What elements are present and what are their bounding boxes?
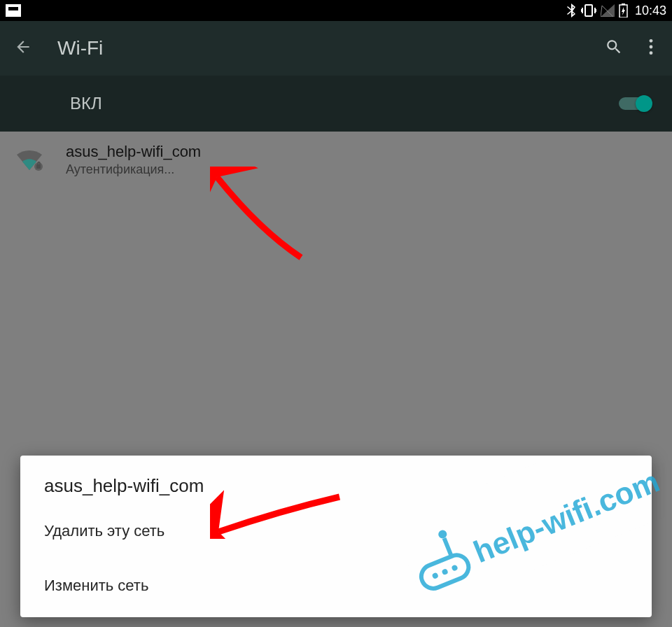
network-status: Аутентификация...	[66, 162, 201, 177]
search-icon[interactable]	[605, 38, 623, 59]
dialog-title: asus_help-wifi_com	[20, 475, 652, 504]
dialog-delete-network[interactable]: Удалить эту сеть	[20, 504, 652, 558]
content-area: asus_help-wifi_com Аутентификация...	[0, 132, 672, 188]
status-bar: 10:43	[0, 0, 672, 21]
more-icon[interactable]	[648, 38, 654, 59]
svg-rect-7	[36, 164, 41, 169]
network-row[interactable]: asus_help-wifi_com Аутентификация...	[0, 132, 672, 188]
svg-point-3	[650, 39, 653, 43]
svg-point-4	[650, 45, 653, 49]
network-text: asus_help-wifi_com Аутентификация...	[66, 143, 201, 177]
status-time: 10:43	[635, 3, 666, 18]
switch-thumb	[636, 95, 652, 112]
back-icon[interactable]	[14, 38, 32, 59]
dialog-modify-network[interactable]: Изменить сеть	[20, 558, 652, 613]
status-right: 10:43	[567, 3, 666, 18]
wifi-toggle-row: ВКЛ	[0, 76, 672, 132]
status-left	[6, 4, 21, 17]
wifi-switch[interactable]	[619, 97, 650, 110]
battery-icon	[619, 3, 628, 17]
signal-icon	[601, 4, 615, 17]
app-bar: Wi-Fi	[0, 21, 672, 76]
wifi-signal-icon	[14, 149, 45, 171]
svg-point-5	[650, 51, 653, 55]
toggle-label: ВКЛ	[70, 94, 102, 113]
image-icon	[6, 4, 21, 17]
app-actions	[605, 38, 654, 59]
svg-rect-0	[585, 5, 592, 16]
vibrate-icon	[581, 3, 596, 17]
bluetooth-icon	[567, 3, 577, 17]
network-name: asus_help-wifi_com	[66, 143, 201, 161]
network-context-dialog: asus_help-wifi_com Удалить эту сеть Изме…	[20, 456, 652, 617]
page-title: Wi-Fi	[57, 37, 580, 59]
